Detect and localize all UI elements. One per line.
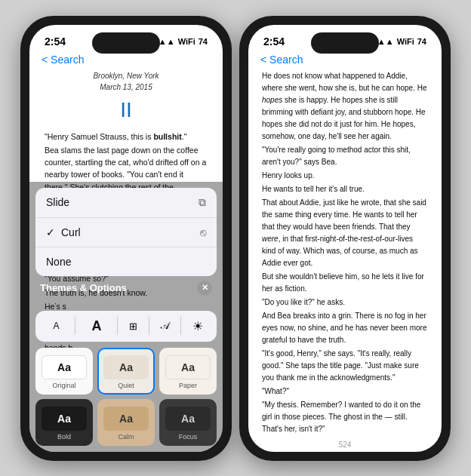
themes-header: Themes & Options ✕ bbox=[29, 276, 223, 297]
theme-original-label: Original bbox=[52, 382, 75, 389]
battery-icon: 74 bbox=[199, 37, 208, 46]
chapter-number: II bbox=[45, 94, 208, 126]
overlay-panel: Slide ⧉ ✓ Curl ⎋ None Themes & Options bbox=[29, 182, 223, 452]
theme-calm-label: Calm bbox=[118, 433, 134, 441]
right-book-text: He does not know what happened to Addie,… bbox=[262, 70, 428, 438]
theme-paper-preview: Aa bbox=[165, 355, 211, 379]
right-phone: 2:54 ▲▲▲ WiFi 74 < Search He does not kn… bbox=[239, 16, 451, 461]
theme-bold-label: Bold bbox=[57, 433, 71, 441]
left-phone: 2:54 ▲▲▲ WiFi 74 < Search Brooklyn, New … bbox=[20, 16, 232, 461]
divider-1 bbox=[75, 317, 75, 335]
theme-paper[interactable]: Aa Paper bbox=[159, 348, 217, 395]
divider-4 bbox=[180, 317, 181, 335]
font-controls: A A ⊞ 𝒜 ☀ bbox=[35, 311, 217, 342]
theme-focus-label: Focus bbox=[179, 433, 198, 441]
right-wifi-icon: WiFi bbox=[397, 37, 414, 46]
divider-3 bbox=[149, 317, 149, 335]
theme-original[interactable]: Aa Original bbox=[35, 348, 93, 395]
left-phone-inner: 2:54 ▲▲▲ WiFi 74 < Search Brooklyn, New … bbox=[29, 25, 223, 452]
theme-quiet-preview: Aa bbox=[103, 355, 149, 379]
slide-label: Slide bbox=[46, 196, 69, 208]
theme-focus[interactable]: Aa Focus bbox=[159, 399, 217, 446]
slide-icon: ⧉ bbox=[199, 196, 206, 209]
theme-original-preview: Aa bbox=[42, 355, 87, 379]
close-button[interactable]: ✕ bbox=[197, 281, 212, 296]
themes-title: Themes & Options bbox=[40, 282, 127, 293]
dynamic-island bbox=[92, 32, 160, 54]
page-number: 524 bbox=[248, 438, 442, 452]
slide-option-slide[interactable]: Slide ⧉ bbox=[35, 188, 217, 218]
font-type-icon[interactable]: ⊞ bbox=[129, 321, 137, 332]
theme-calm[interactable]: Aa Calm bbox=[97, 399, 155, 446]
theme-bold[interactable]: Aa Bold bbox=[35, 399, 93, 446]
right-time: 2:54 bbox=[263, 35, 285, 48]
right-book-content: He does not know what happened to Addie,… bbox=[248, 70, 442, 438]
curl-label: Curl bbox=[61, 226, 200, 238]
right-dynamic-island bbox=[311, 32, 379, 54]
slide-options: Slide ⧉ ✓ Curl ⎋ None bbox=[35, 188, 217, 276]
brightness-icon[interactable]: ☀ bbox=[192, 319, 203, 333]
theme-calm-preview: Aa bbox=[103, 407, 149, 431]
left-time: 2:54 bbox=[45, 35, 66, 48]
font-large-btn[interactable]: A bbox=[87, 317, 106, 336]
quiet-options-label: Quiet Options bbox=[29, 297, 223, 308]
left-search-back[interactable]: < Search bbox=[42, 54, 84, 66]
theme-grid: Aa Original Aa Quiet Aa Paper Aa Bold bbox=[29, 345, 223, 452]
devices-container: 2:54 ▲▲▲ WiFi 74 < Search Brooklyn, New … bbox=[20, 16, 451, 461]
curl-icon: ⎋ bbox=[200, 226, 206, 238]
curl-check: ✓ bbox=[46, 226, 55, 238]
font-small-btn[interactable]: A bbox=[48, 319, 63, 333]
theme-quiet-label: Quiet bbox=[118, 382, 134, 389]
theme-focus-preview: Aa bbox=[165, 407, 211, 431]
theme-bold-preview: Aa bbox=[42, 407, 87, 431]
font-style-icon[interactable]: 𝒜 bbox=[161, 320, 169, 332]
slide-option-curl[interactable]: ✓ Curl ⎋ bbox=[35, 218, 217, 247]
right-battery-icon: 74 bbox=[417, 37, 426, 46]
right-phone-inner: 2:54 ▲▲▲ WiFi 74 < Search He does not kn… bbox=[248, 25, 442, 452]
slide-option-none[interactable]: None bbox=[35, 247, 217, 276]
right-search-back[interactable]: < Search bbox=[260, 54, 303, 66]
theme-paper-label: Paper bbox=[179, 382, 197, 389]
theme-quiet[interactable]: Aa Quiet bbox=[97, 348, 155, 395]
none-label: None bbox=[46, 256, 71, 268]
chapter-location: Brooklyn, New YorkMarch 13, 2015 bbox=[45, 70, 208, 93]
wifi-icon: WiFi bbox=[178, 37, 195, 46]
divider-2 bbox=[117, 317, 118, 335]
